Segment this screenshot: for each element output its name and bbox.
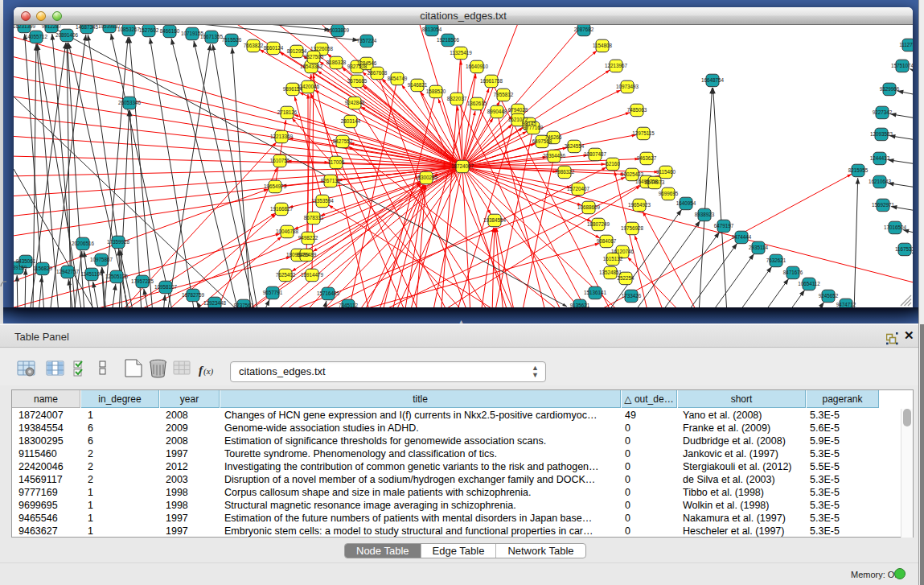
svg-text:13524851: 13524851 — [599, 270, 622, 275]
svg-text:9115460: 9115460 — [656, 169, 676, 175]
svg-text:16671355: 16671355 — [200, 34, 224, 39]
svg-text:19218506: 19218506 — [437, 37, 460, 43]
svg-text:17957225: 17957225 — [131, 278, 154, 284]
svg-text:15692971: 15692971 — [872, 202, 895, 208]
svg-text:12942757: 12942757 — [56, 269, 80, 274]
svg-text:9463627: 9463627 — [637, 155, 657, 161]
svg-text:16033809: 16033809 — [326, 27, 350, 33]
svg-text:9498222: 9498222 — [298, 235, 318, 241]
svg-text:6794028: 6794028 — [508, 107, 528, 113]
svg-text:8644973: 8644973 — [645, 179, 665, 185]
svg-text:9242848: 9242848 — [345, 100, 365, 105]
svg-text:12213369: 12213369 — [270, 134, 294, 139]
svg-text:8813054: 8813054 — [422, 27, 442, 32]
svg-text:17359928: 17359928 — [107, 239, 130, 245]
svg-text:9777169: 9777169 — [524, 125, 544, 130]
svg-text:16210643: 16210643 — [869, 179, 892, 184]
svg-text:16961758: 16961758 — [480, 78, 503, 84]
svg-text:8990448: 8990448 — [487, 109, 507, 114]
svg-text:18807249: 18807249 — [587, 221, 610, 227]
svg-text:13226058: 13226058 — [310, 46, 334, 51]
svg-text:8466160: 8466160 — [160, 28, 180, 34]
svg-text:8660124: 8660124 — [264, 45, 284, 51]
svg-text:8471676: 8471676 — [783, 270, 803, 275]
svg-text:10807487: 10807487 — [584, 151, 607, 157]
svg-text:20364436: 20364436 — [543, 153, 566, 159]
svg-text:9699695: 9699695 — [659, 191, 679, 196]
svg-text:8939159: 8939159 — [14, 265, 27, 270]
svg-text:26053346: 26053346 — [118, 100, 142, 105]
svg-text:16914479: 16914479 — [301, 272, 324, 278]
svg-text:14055712: 14055712 — [25, 34, 48, 39]
svg-text:16648754: 16648754 — [701, 77, 725, 83]
svg-text:18724007: 18724007 — [451, 163, 474, 169]
svg-text:12505135: 12505135 — [105, 274, 129, 279]
svg-text:19654973: 19654973 — [264, 183, 287, 189]
svg-text:7515526: 7515526 — [222, 37, 242, 43]
svg-text:11353594: 11353594 — [311, 198, 334, 204]
svg-text:10025433: 10025433 — [621, 171, 644, 177]
svg-text:16120746: 16120746 — [611, 249, 634, 254]
svg-text:19654923: 19654923 — [628, 202, 651, 208]
svg-text:12923448: 12923448 — [203, 300, 227, 306]
svg-text:10688609: 10688609 — [577, 204, 601, 210]
svg-text:8678332: 8678332 — [304, 215, 324, 220]
svg-text:16231399: 16231399 — [14, 25, 35, 29]
svg-text:19166827: 19166827 — [270, 206, 294, 212]
svg-text:12213967: 12213967 — [605, 63, 628, 68]
svg-text:14687345: 14687345 — [76, 25, 99, 30]
svg-text:8938923: 8938923 — [695, 212, 715, 217]
svg-text:12093583: 12093583 — [870, 131, 893, 137]
svg-text:7663822: 7663822 — [244, 43, 264, 48]
svg-text:8322037: 8322037 — [447, 96, 467, 101]
svg-text:1112753: 1112753 — [899, 42, 913, 47]
svg-text:10654112: 10654112 — [798, 281, 820, 286]
svg-text:15751074: 15751074 — [891, 63, 913, 68]
svg-text:8215955: 8215955 — [848, 167, 869, 173]
svg-text:8186328: 8186328 — [326, 60, 347, 65]
svg-text:16543362: 16543362 — [300, 64, 323, 69]
svg-text:7345112: 7345112 — [339, 303, 359, 307]
svg-text:3624554: 3624554 — [565, 143, 585, 149]
svg-text:8176489: 8176489 — [297, 252, 317, 257]
svg-text:62160: 62160 — [606, 161, 620, 167]
svg-text:9084067: 9084067 — [597, 238, 617, 244]
svg-text:1615132: 1615132 — [603, 256, 623, 262]
svg-text:9327505: 9327505 — [304, 54, 324, 60]
svg-text:22420046: 22420046 — [297, 84, 320, 89]
svg-text:20891406: 20891406 — [55, 32, 79, 38]
svg-text:2867608: 2867608 — [368, 70, 388, 76]
svg-text:9135621: 9135621 — [570, 303, 590, 307]
svg-text:15136141: 15136141 — [584, 290, 607, 295]
svg-text:9912287: 9912287 — [42, 25, 62, 29]
svg-text:6497568: 6497568 — [532, 138, 552, 144]
svg-text:12975115: 12975115 — [632, 130, 655, 136]
svg-text:9474712: 9474712 — [836, 302, 856, 307]
svg-text:1610755: 1610755 — [270, 158, 290, 163]
svg-text:1244413: 1244413 — [870, 155, 890, 161]
svg-text:10975867: 10975867 — [90, 257, 113, 262]
svg-text:2803144: 2803144 — [341, 118, 361, 124]
svg-text:9227342: 9227342 — [873, 109, 893, 115]
svg-text:16640910: 16640910 — [466, 64, 489, 69]
svg-text:10973493: 10973493 — [616, 84, 639, 89]
svg-text:15716485: 15716485 — [317, 290, 340, 296]
svg-text:1527602: 1527602 — [139, 27, 159, 33]
svg-text:10853267: 10853267 — [117, 27, 141, 32]
svg-text:9657791: 9657791 — [263, 290, 283, 295]
svg-text:9329966: 9329966 — [880, 86, 900, 92]
svg-text:11451194: 11451194 — [80, 271, 103, 277]
svg-text:1362615: 1362615 — [467, 101, 487, 106]
svg-text:1733426: 1733426 — [622, 293, 642, 299]
svg-text:7955812: 7955812 — [494, 92, 514, 97]
svg-text:7357224: 7357224 — [357, 38, 377, 43]
svg-text:10958107: 10958107 — [154, 284, 178, 290]
svg-text:1588520: 1588520 — [426, 89, 446, 94]
svg-text:10046788: 10046788 — [276, 229, 299, 234]
svg-text:8454749: 8454749 — [388, 76, 408, 81]
svg-text:20206516: 20206516 — [72, 241, 95, 246]
svg-text:2935114: 2935114 — [749, 245, 769, 250]
svg-text:9474444: 9474444 — [732, 234, 752, 240]
svg-text:17016504: 17016504 — [884, 225, 907, 230]
svg-text:9146821: 9146821 — [408, 82, 428, 88]
